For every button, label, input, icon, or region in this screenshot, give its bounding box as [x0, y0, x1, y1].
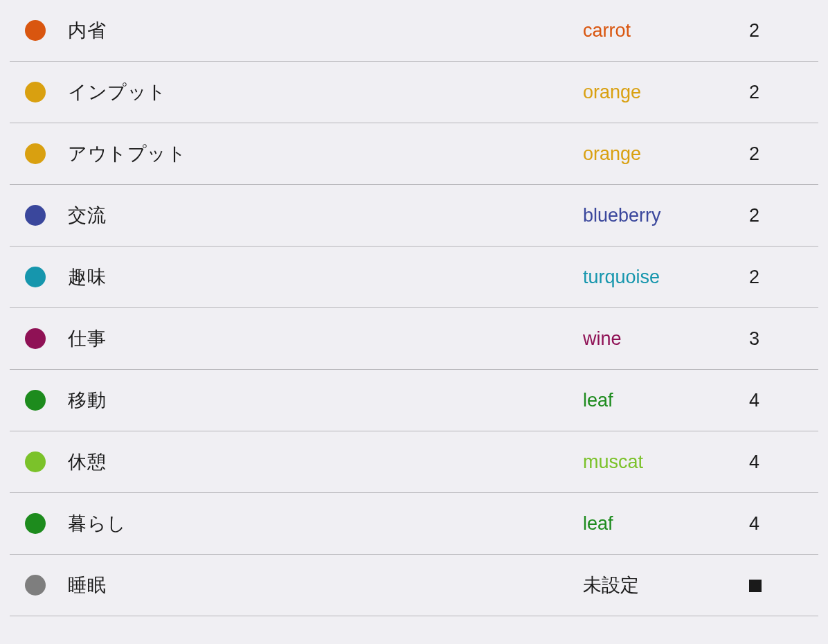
- category-value: 4: [749, 451, 818, 473]
- category-row[interactable]: 仕事wine3: [10, 308, 818, 370]
- category-name: 交流: [68, 203, 583, 228]
- category-name: 内省: [68, 18, 583, 43]
- category-value: 3: [749, 328, 818, 350]
- category-row[interactable]: 内省carrot2: [10, 0, 818, 62]
- category-name: 休憩: [68, 449, 583, 474]
- category-value: 2: [749, 205, 818, 226]
- color-swatch-icon: [25, 82, 46, 102]
- color-label: blueberry: [583, 205, 749, 226]
- category-name: 仕事: [68, 326, 583, 351]
- color-label: wine: [583, 328, 749, 350]
- color-swatch-icon: [25, 267, 46, 287]
- color-swatch-icon: [25, 328, 46, 349]
- category-value: 4: [749, 513, 818, 535]
- category-value: 4: [749, 390, 818, 411]
- color-swatch-icon: [25, 451, 46, 472]
- color-swatch-icon: [25, 143, 46, 164]
- category-list: 内省carrot2インプットorange2アウトプットorange2交流blue…: [0, 0, 828, 616]
- color-label: turquoise: [583, 267, 749, 288]
- category-row[interactable]: 交流blueberry2: [10, 185, 818, 247]
- color-swatch-icon: [25, 575, 46, 596]
- category-value: 2: [749, 143, 818, 165]
- category-name: 暮らし: [68, 511, 583, 536]
- color-swatch-icon: [25, 205, 46, 226]
- color-label: orange: [583, 143, 749, 165]
- color-label: 未設定: [583, 573, 749, 598]
- category-row[interactable]: 休憩muscat4: [10, 431, 818, 493]
- color-label: leaf: [583, 390, 749, 411]
- category-row[interactable]: 暮らしleaf4: [10, 493, 818, 555]
- color-swatch-icon: [25, 513, 46, 534]
- color-label: orange: [583, 82, 749, 103]
- category-value: [749, 575, 818, 596]
- color-label: muscat: [583, 451, 749, 473]
- category-name: 趣味: [68, 265, 583, 289]
- square-icon: [749, 580, 762, 592]
- category-name: 移動: [68, 388, 583, 413]
- category-name: 睡眠: [68, 573, 583, 598]
- category-row[interactable]: 睡眠未設定: [10, 555, 818, 616]
- category-value: 2: [749, 82, 818, 103]
- category-name: インプット: [68, 80, 583, 105]
- category-row[interactable]: 移動leaf4: [10, 370, 818, 431]
- category-value: 2: [749, 267, 818, 288]
- category-row[interactable]: インプットorange2: [10, 62, 818, 123]
- category-row[interactable]: 趣味turquoise2: [10, 247, 818, 308]
- color-swatch-icon: [25, 20, 46, 41]
- category-name: アウトプット: [68, 141, 583, 166]
- category-row[interactable]: アウトプットorange2: [10, 123, 818, 185]
- color-swatch-icon: [25, 390, 46, 411]
- category-value: 2: [749, 20, 818, 42]
- color-label: carrot: [583, 20, 749, 42]
- color-label: leaf: [583, 513, 749, 535]
